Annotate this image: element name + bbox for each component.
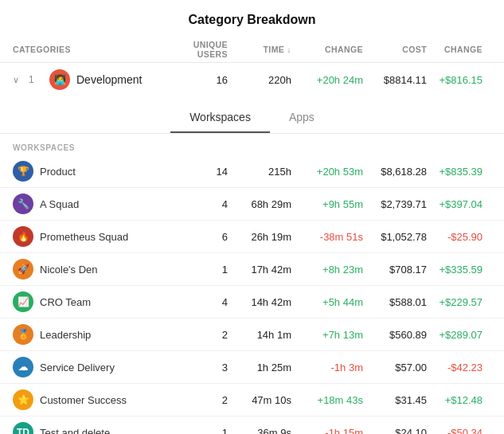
- workspace-row: 📈 CRO Team 4 14h 42m +5h 44m $588.01 +$2…: [0, 286, 504, 319]
- workspace-row: 🏅 Leadership 2 14h 1m +7h 13m $560.89 +$…: [0, 319, 504, 351]
- workspaces-section-label: WORKSPACES: [0, 137, 504, 155]
- workspace-time-change: +20h 53m: [291, 166, 363, 178]
- category-cost: $8814.11: [363, 74, 427, 86]
- workspace-name: A Squad: [40, 198, 79, 210]
- workspace-cost: $31.45: [363, 394, 427, 406]
- workspace-avatar: 🚀: [13, 259, 33, 280]
- workspace-time-change: -1h 3m: [291, 362, 363, 373]
- workspace-cost: $57.00: [363, 362, 427, 373]
- workspace-time: 215h: [228, 166, 291, 178]
- header-categories: CATEGORIES: [13, 45, 172, 54]
- workspaces-list: 🏆 Product 14 215h +20h 53m $8,618.28 +$8…: [0, 155, 504, 434]
- category-change: +20h 24m: [291, 74, 363, 86]
- category-users: 16: [172, 74, 228, 86]
- workspace-time: 36m 9s: [228, 427, 291, 435]
- workspace-cost-change: -$42.23: [427, 362, 483, 373]
- workspace-users: 2: [172, 394, 228, 406]
- workspace-name-cell: 🏅 Leadership: [13, 324, 172, 345]
- category-rank: 1: [29, 74, 40, 85]
- workspace-cost: $588.01: [363, 296, 427, 308]
- workspace-time: 47m 10s: [228, 394, 291, 406]
- workspace-users: 1: [172, 427, 228, 435]
- workspace-time-change: +8h 23m: [291, 264, 363, 276]
- workspace-time: 14h 42m: [228, 296, 291, 308]
- workspace-users: 6: [172, 231, 228, 243]
- workspace-avatar: ⭐: [13, 389, 33, 410]
- workspace-avatar: 🏆: [13, 161, 33, 182]
- workspace-row: ☁ Service Delivery 3 1h 25m -1h 3m $57.0…: [0, 351, 504, 384]
- workspace-cost: $8,618.28: [363, 166, 427, 178]
- tabs-bar: WorkspacesApps: [0, 96, 504, 134]
- workspace-name: Leadership: [40, 329, 91, 341]
- workspace-row: 🚀 Nicole's Den 1 17h 42m +8h 23m $708.17…: [0, 253, 504, 286]
- workspace-cost: $24.10: [363, 427, 427, 435]
- workspace-cost-change: +$835.39: [427, 166, 483, 178]
- tab-workspaces[interactable]: Workspaces: [170, 106, 270, 133]
- workspace-avatar: 🔥: [13, 226, 33, 247]
- workspace-name: Prometheus Squad: [40, 231, 128, 243]
- workspace-cost: $1,052.78: [363, 231, 427, 243]
- workspace-cost-change: +$335.59: [427, 264, 483, 276]
- workspace-name-cell: 🔧 A Squad: [13, 194, 172, 214]
- workspace-time: 68h 29m: [228, 198, 291, 210]
- workspace-name: Customer Success: [40, 394, 127, 406]
- header-cost: COST: [363, 45, 427, 54]
- chevron-down-icon[interactable]: ∨: [13, 75, 19, 85]
- workspace-avatar: TD: [13, 422, 33, 434]
- workspace-cost-change: +$397.04: [427, 198, 483, 210]
- category-time: 220h: [228, 74, 291, 86]
- workspace-time: 14h 1m: [228, 329, 291, 341]
- workspace-time-change: +7h 13m: [291, 329, 363, 341]
- workspace-avatar: 📈: [13, 291, 33, 312]
- header-unique-users: UNIQUE USERS: [172, 40, 228, 59]
- workspace-cost: $708.17: [363, 264, 427, 276]
- workspace-cost: $560.89: [363, 329, 427, 341]
- workspace-name-cell: 📈 CRO Team: [13, 291, 172, 312]
- header-row: CATEGORIES UNIQUE USERS TIME ↓ CHANGE CO…: [0, 37, 504, 63]
- workspace-name-cell: ☁ Service Delivery: [13, 357, 172, 377]
- header-change1: CHANGE: [291, 45, 363, 54]
- workspace-avatar: ☁: [13, 357, 33, 377]
- category-cost-change: +$816.15: [427, 74, 483, 86]
- workspace-time: 1h 25m: [228, 362, 291, 373]
- workspace-time: 26h 19m: [228, 231, 291, 243]
- workspace-time-change: -38m 51s: [291, 231, 363, 243]
- workspace-row: 🏆 Product 14 215h +20h 53m $8,618.28 +$8…: [0, 155, 504, 188]
- workspace-name: Nicole's Den: [40, 264, 98, 276]
- workspace-name-cell: 🔥 Prometheus Squad: [13, 226, 172, 247]
- category-avatar: 🧑‍💻: [49, 69, 70, 90]
- page-title: Category Breakdown: [0, 0, 504, 37]
- workspace-name: Test and delete: [40, 427, 110, 435]
- header-change2: CHANGE: [427, 45, 483, 54]
- workspace-users: 4: [172, 198, 228, 210]
- workspace-cost-change: +$229.57: [427, 296, 483, 308]
- workspace-time-change: +5h 44m: [291, 296, 363, 308]
- workspace-time: 17h 42m: [228, 264, 291, 276]
- workspace-name-cell: TD Test and delete: [13, 422, 172, 434]
- workspace-name-cell: 🚀 Nicole's Den: [13, 259, 172, 280]
- workspace-row: 🔧 A Squad 4 68h 29m +9h 55m $2,739.71 +$…: [0, 188, 504, 221]
- workspace-users: 14: [172, 166, 228, 178]
- workspace-avatar: 🔧: [13, 194, 33, 214]
- category-row: ∨ 1 🧑‍💻 Development 16 220h +20h 24m $88…: [0, 63, 504, 96]
- workspace-avatar: 🏅: [13, 324, 33, 345]
- workspace-cost-change: -$25.90: [427, 231, 483, 243]
- workspace-row: TD Test and delete 1 36m 9s -1h 15m $24.…: [0, 416, 504, 434]
- workspace-users: 4: [172, 296, 228, 308]
- category-name: Development: [76, 73, 143, 86]
- workspace-name-cell: ⭐ Customer Success: [13, 389, 172, 410]
- header-time: TIME ↓: [228, 45, 291, 54]
- workspace-name: Service Delivery: [40, 362, 115, 373]
- workspace-cost-change: +$289.07: [427, 329, 483, 341]
- workspace-cost-change: -$50.34: [427, 427, 483, 435]
- tab-apps[interactable]: Apps: [270, 106, 334, 133]
- workspace-time-change: +9h 55m: [291, 198, 363, 210]
- workspace-name-cell: 🏆 Product: [13, 161, 172, 182]
- workspace-users: 3: [172, 362, 228, 373]
- workspace-name: Product: [40, 166, 76, 178]
- workspace-row: 🔥 Prometheus Squad 6 26h 19m -38m 51s $1…: [0, 221, 504, 253]
- workspace-time-change: +18m 43s: [291, 394, 363, 406]
- workspace-name: CRO Team: [40, 296, 91, 308]
- workspace-users: 2: [172, 329, 228, 341]
- workspace-cost: $2,739.71: [363, 198, 427, 210]
